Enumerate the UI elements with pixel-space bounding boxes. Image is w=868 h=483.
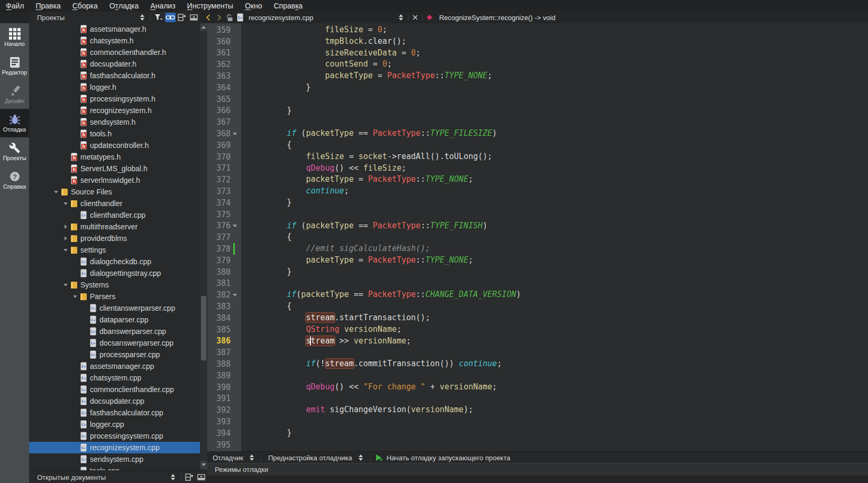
code-line[interactable] (249, 370, 868, 382)
tree-item-tools.h[interactable]: htools.h (29, 128, 200, 140)
tree-item-tools.cpp[interactable]: C↔tools.cpp (29, 465, 200, 470)
tree-item-logger.h[interactable]: hlogger.h (29, 81, 200, 93)
code-line[interactable]: tmpBlock.clear(); (249, 36, 868, 48)
tree-item-source-files[interactable]: Source Files (29, 186, 200, 198)
tree-scrollbar[interactable] (200, 23, 207, 470)
code-line[interactable]: if(packetType == PacketType::CHANGE_DATA… (249, 289, 868, 301)
back-arrow-icon[interactable] (203, 13, 214, 22)
tree-item-docsupdater.h[interactable]: hdocsupdater.h (29, 58, 200, 70)
debugger-preset-combo[interactable]: Преднастройка отладчика (263, 453, 368, 462)
tree-item-dialogcheckdb.cpp[interactable]: C↔dialogcheckdb.cpp (29, 256, 200, 267)
code-line[interactable]: { (249, 231, 868, 243)
tree-item-recognizesystem.cpp[interactable]: C↔recognizesystem.cpp (29, 442, 200, 453)
sort-arrows-icon[interactable] (396, 13, 406, 22)
sort-arrows-icon[interactable] (246, 453, 257, 462)
collapse-panel-icon[interactable] (188, 13, 199, 22)
tree-item-chatsystem.cpp[interactable]: C↔chatsystem.cpp (29, 372, 200, 384)
tree-item-fasthashcalculator.h[interactable]: hfasthashcalculator.h (29, 70, 200, 81)
tree-item-docsupdater.cpp[interactable]: C↔docsupdater.cpp (29, 395, 200, 407)
tree-item-systems[interactable]: Systems (29, 279, 200, 291)
mode-debug[interactable]: Отладка (0, 109, 29, 137)
menu-item-build[interactable]: Сборка (67, 0, 104, 12)
code-line[interactable]: } (249, 82, 868, 94)
code-line[interactable]: packetType = PacketType::TYPE_NONE; (249, 174, 868, 185)
tree-item-sendsystem.cpp[interactable]: C↔sendsystem.cpp (29, 453, 200, 465)
tree-item-serverlms_global.h[interactable]: hServerLMS_global.h (29, 163, 200, 174)
split-add-icon[interactable] (184, 472, 195, 482)
tree-item-dbanswerparser.cpp[interactable]: C↔dbanswerparser.cpp (29, 326, 200, 337)
code-line[interactable]: stream >> versionName; (249, 336, 868, 347)
code-line[interactable]: } (249, 197, 868, 209)
menu-item-debug[interactable]: Отладка (104, 0, 145, 12)
sort-arrows-icon[interactable] (137, 13, 148, 22)
menu-item-window[interactable]: Окно (239, 0, 268, 12)
collapse-panel-icon[interactable] (196, 472, 206, 482)
tree-item-serverlmswidget.h[interactable]: hserverlmswidget.h (29, 174, 200, 186)
open-documents-title[interactable]: Открытые документы (29, 473, 168, 481)
expanded-arrow-icon[interactable] (63, 202, 68, 205)
menu-item-file[interactable]: Файл (0, 0, 30, 12)
fold-marker-icon[interactable] (233, 225, 237, 227)
tree-item-metatypes.h[interactable]: hmetatypes.h (29, 151, 200, 163)
mode-projects[interactable]: Проекты (0, 137, 29, 166)
tree-item-processingsystem.h[interactable]: hprocessingsystem.h (29, 93, 200, 105)
menu-item-help[interactable]: Справка (268, 0, 308, 12)
code-line[interactable]: { (249, 301, 868, 312)
filter-icon[interactable] (153, 13, 164, 22)
fold-marker-icon[interactable] (233, 294, 237, 296)
code-line[interactable]: sizeReceiveData = 0; (249, 48, 868, 59)
tree-item-commonclienthandler.h[interactable]: hcommonclienthandler.h (29, 47, 200, 58)
tree-item-assetsmanager.cpp[interactable]: C↔assetsmanager.cpp (29, 360, 200, 372)
code-line[interactable]: } (249, 105, 868, 117)
tree-item-multithreadserver[interactable]: multithreadserver (29, 221, 200, 233)
link-icon[interactable] (165, 13, 176, 22)
code-line[interactable]: countSend = 0; (249, 59, 868, 70)
code-line[interactable] (249, 94, 868, 105)
tree-item-clienthandler[interactable]: clienthandler (29, 198, 200, 209)
tree-item-sendsystem.h[interactable]: hsendsystem.h (29, 116, 200, 128)
code-line[interactable]: packetType = PacketType::TYPE_NONE; (249, 70, 868, 82)
code-line[interactable] (249, 347, 868, 358)
start-debugging-button[interactable]: Начать отладку запускающего проекта (372, 453, 513, 462)
code-line[interactable] (249, 439, 868, 451)
code-line[interactable] (249, 116, 868, 128)
menu-item-edit[interactable]: Правка (30, 0, 66, 12)
code-line[interactable]: fileSize = 0; (249, 24, 868, 36)
split-add-icon[interactable] (177, 13, 187, 22)
code-line[interactable]: if (packetType == PacketType::TYPE_FINIS… (249, 220, 868, 232)
code-line[interactable]: fileSize = socket->readAll().toULong(); (249, 151, 868, 163)
tree-item-chatsystem.h[interactable]: hchatsystem.h (29, 35, 200, 47)
expanded-arrow-icon[interactable] (63, 249, 68, 252)
current-symbol-combo[interactable]: RecognizeSystem::recognize() -> void (439, 14, 555, 22)
mode-welcome[interactable]: Начало (0, 23, 29, 52)
tree-item-logger.cpp[interactable]: C↔logger.cpp (29, 419, 200, 430)
open-file-name[interactable]: recognizesystem.cpp (249, 14, 313, 22)
sort-arrows-icon[interactable] (168, 472, 178, 482)
tree-item-clientanswerparser.cpp[interactable]: C↔clientanswerparser.cpp (29, 302, 200, 314)
expanded-arrow-icon[interactable] (63, 284, 68, 286)
collapsed-arrow-icon[interactable] (65, 225, 67, 229)
tree-item-recognizesystem.h[interactable]: hrecognizesystem.h (29, 105, 200, 116)
expanded-arrow-icon[interactable] (73, 295, 77, 298)
code-line[interactable]: qDebug() << "For change " + versionName; (249, 382, 868, 393)
tree-item-docsanswerparser.cpp[interactable]: C↔docsanswerparser.cpp (29, 337, 200, 349)
code-line[interactable]: if(!stream.commitTransaction()) continue… (249, 358, 868, 370)
code-line[interactable]: emit sigChangeVersion(versionName); (249, 404, 868, 416)
tree-item-dataparser.cpp[interactable]: C↔dataparser.cpp (29, 314, 200, 326)
tree-item-settings[interactable]: settings (29, 244, 200, 256)
code-area[interactable]: fileSize = 0; tmpBlock.clear(); sizeRece… (241, 23, 868, 451)
code-line[interactable]: continue; (249, 185, 868, 197)
scroll-down-icon[interactable] (200, 461, 207, 469)
fold-marker-icon[interactable] (233, 133, 237, 135)
project-panel-title[interactable]: Проекты (29, 14, 137, 22)
scroll-thumb[interactable] (201, 296, 206, 360)
code-line[interactable]: } (249, 428, 868, 439)
scroll-up-icon[interactable] (200, 23, 207, 31)
code-line[interactable]: stream.startTransaction(); (249, 312, 868, 324)
mode-editor[interactable]: Редактор (0, 52, 29, 80)
tree-item-providerdblms[interactable]: providerdblms (29, 233, 200, 244)
tree-item-commonclienthandler.cpp[interactable]: C↔commonclienthandler.cpp (29, 384, 200, 395)
menu-item-analyze[interactable]: Анализ (144, 0, 181, 12)
debugger-combo[interactable]: Отладчик (207, 453, 259, 462)
collapsed-arrow-icon[interactable] (65, 236, 67, 240)
